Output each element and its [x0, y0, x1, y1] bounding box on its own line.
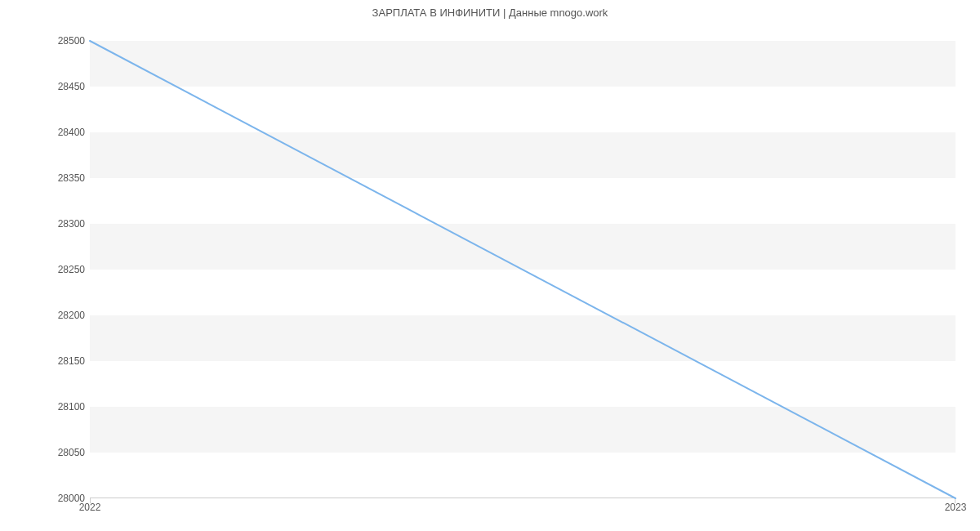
y-tick-label: 28300	[20, 218, 85, 230]
chart-title: ЗАРПЛАТА В ИНФИНИТИ | Данные mnogo.work	[0, 7, 980, 19]
y-tick-label: 28450	[20, 81, 85, 92]
y-tick-label: 28000	[20, 493, 85, 504]
plot-area	[90, 41, 956, 498]
y-tick-label: 28150	[20, 355, 85, 367]
y-tick-label: 28050	[20, 447, 85, 458]
y-tick-label: 28350	[20, 172, 85, 184]
x-tick-label: 2022	[79, 502, 101, 513]
y-tick-label: 28500	[20, 35, 85, 47]
y-tick-label: 28100	[20, 401, 85, 413]
y-tick-label: 28400	[20, 127, 85, 138]
y-tick-label: 28200	[20, 310, 85, 321]
x-tick-label: 2023	[945, 502, 967, 513]
y-tick-label: 28250	[20, 264, 85, 275]
line-series	[90, 41, 956, 498]
